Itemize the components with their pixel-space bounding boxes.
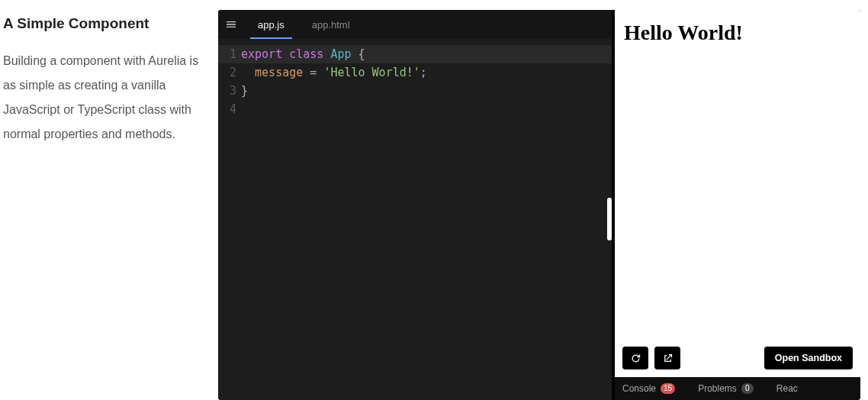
- preview-actions: Open Sandbox: [615, 342, 860, 377]
- preview-pane: Hello World! Open Sandbox Console 15 Pro…: [612, 10, 860, 400]
- open-sandbox-button[interactable]: Open Sandbox: [764, 347, 853, 369]
- code-area[interactable]: 1234 export class App { message = 'Hello…: [218, 39, 612, 400]
- problems-badge: 0: [741, 383, 754, 394]
- doc-panel: A Simple Component Building a component …: [0, 0, 218, 400]
- hamburger-menu-button[interactable]: [218, 10, 244, 39]
- editor-pane: app.jsapp.html 1234 export class App { m…: [218, 10, 612, 400]
- problems-tab-label: Problems: [698, 383, 737, 394]
- preview-heading: Hello World!: [624, 21, 851, 45]
- bottom-tabs: Console 15 Problems 0 Reac: [615, 377, 860, 400]
- console-tab[interactable]: Console 15: [622, 383, 675, 394]
- refresh-icon: [630, 353, 641, 364]
- hamburger-icon: [225, 18, 237, 31]
- react-tab[interactable]: Reac: [776, 383, 798, 394]
- preview-output: Hello World!: [615, 10, 860, 342]
- console-tab-label: Console: [622, 383, 656, 394]
- line-gutter: 1234: [218, 45, 241, 400]
- doc-title: A Simple Component: [3, 15, 204, 32]
- react-tab-label: Reac: [776, 383, 798, 394]
- console-badge: 15: [661, 383, 675, 394]
- open-external-button[interactable]: [654, 347, 680, 369]
- open-external-icon: [662, 353, 674, 364]
- code-lines[interactable]: export class App { message = 'Hello Worl…: [241, 45, 612, 400]
- problems-tab[interactable]: Problems 0: [698, 383, 754, 394]
- editor-tab-app-js[interactable]: app.js: [244, 10, 298, 39]
- refresh-button[interactable]: [622, 347, 648, 369]
- editor-tabs: app.jsapp.html: [218, 10, 612, 39]
- sandbox: app.jsapp.html 1234 export class App { m…: [218, 10, 860, 400]
- doc-body: Building a component with Aurelia is as …: [3, 49, 204, 147]
- editor-tab-app-html[interactable]: app.html: [298, 10, 364, 39]
